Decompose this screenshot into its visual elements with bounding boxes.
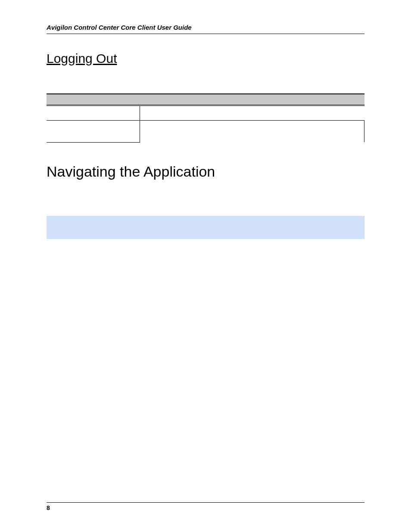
page-number: 8 <box>47 504 50 511</box>
table-header-col2 <box>140 94 364 106</box>
table-cell: In the System Explorer, right-click the … <box>140 105 364 120</box>
heading-navigating-app: Navigating the Application <box>47 163 364 180</box>
table-row: One server that belongs to a different S… <box>47 120 364 142</box>
footer: 8 <box>47 502 364 511</box>
heading-logging-out: Logging Out <box>47 51 364 66</box>
table-cell: In the System Explorer, right-click the … <box>140 120 364 142</box>
table-cell: All servers <box>47 105 140 120</box>
note-box: Note: Some features are not displayed if… <box>47 216 364 239</box>
table-row: All servers In the System Explorer, righ… <box>47 105 364 120</box>
paragraph-logging-out-intro: When you log out, you are logging out of… <box>47 72 364 81</box>
page: Avigilon Control Center Core Client User… <box>0 0 411 532</box>
logout-table: All servers In the System Explorer, righ… <box>47 93 364 143</box>
table-header-col1 <box>47 94 140 106</box>
table-cell: One server that belongs to a different S… <box>47 120 140 142</box>
paragraph-nav-intro: Once you log in, the Avigilon Control Ce… <box>47 190 364 209</box>
running-header: Avigilon Control Center Core Client User… <box>47 24 364 34</box>
